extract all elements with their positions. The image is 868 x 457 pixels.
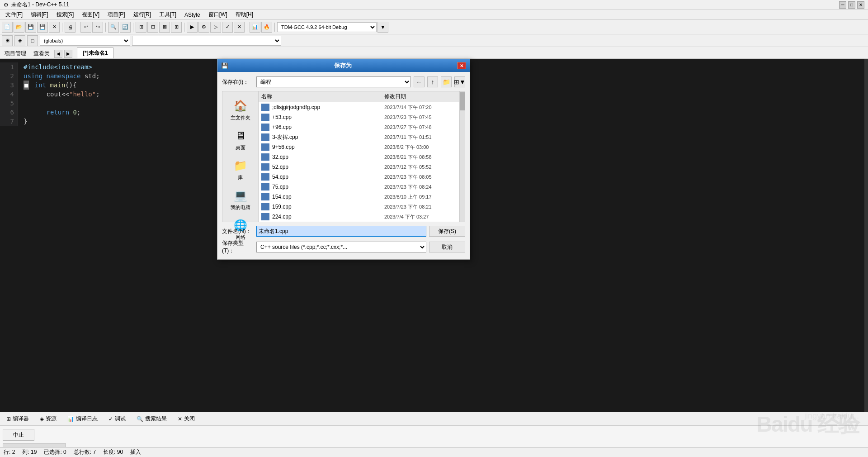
dialog-location-combo[interactable]: 编程 bbox=[256, 76, 411, 87]
file-list-item[interactable]: 52.cpp2023/7/12 下午 05:52 bbox=[259, 162, 459, 172]
replace-button[interactable]: 🔄 bbox=[120, 22, 131, 33]
tab-prev-button[interactable]: ◀ bbox=[54, 50, 62, 58]
save-all-button[interactable]: 💾 bbox=[37, 22, 48, 33]
tb2-btn2[interactable]: ◈ bbox=[14, 35, 25, 46]
close-tab-label: 关闭 bbox=[184, 415, 195, 423]
line-number-5: 5 bbox=[0, 99, 18, 108]
stop-button[interactable]: ✕ bbox=[234, 22, 245, 33]
menu-file[interactable]: 文件[F] bbox=[2, 10, 26, 19]
globals-dropdown[interactable]: (globals) bbox=[40, 36, 130, 46]
dialog-scrollbar-thumb[interactable] bbox=[460, 92, 465, 110]
tb6[interactable]: ⊟ bbox=[147, 22, 158, 33]
file-list-item[interactable]: +96.cpp2023/7/27 下午 07:48 bbox=[259, 122, 459, 132]
tb2-btn3[interactable]: □ bbox=[27, 35, 38, 46]
close-tab-icon: ✕ bbox=[178, 416, 182, 422]
menu-tools[interactable]: 工具[T] bbox=[156, 10, 180, 19]
menu-view[interactable]: 视图[V] bbox=[78, 10, 103, 19]
tb5[interactable]: ⊞ bbox=[136, 22, 146, 33]
file-list-item[interactable]: 75.cpp2023/7/23 下午 08:24 bbox=[259, 182, 459, 192]
file-list-item[interactable]: 9+56.cpp2023/8/2 下午 03:00 bbox=[259, 142, 459, 152]
dialog-view-button[interactable]: ⊞▼ bbox=[454, 76, 465, 87]
bottom-tab-close[interactable]: ✕ 关闭 bbox=[173, 413, 199, 424]
chart-button[interactable]: 📊 bbox=[250, 22, 260, 33]
stop-compilation-button[interactable]: 中止 bbox=[3, 429, 34, 441]
classes-tab-label[interactable]: 查看类 bbox=[31, 49, 52, 58]
save-file-button[interactable]: 💾 bbox=[25, 22, 36, 33]
sidebar-home[interactable]: 🏠 主文件夹 bbox=[225, 96, 256, 124]
close-file-button[interactable]: ✕ bbox=[49, 22, 60, 33]
file-list-item[interactable]: 159.cpp2023/7/23 下午 08:21 bbox=[259, 202, 459, 212]
file-list-item[interactable]: 224.cpp2023/7/4 下午 03:27 bbox=[259, 212, 459, 222]
file-list-item[interactable]: 32.cpp2023/8/21 下午 08:58 bbox=[259, 152, 459, 162]
sidebar-desktop[interactable]: 🖥 桌面 bbox=[225, 126, 256, 154]
file-list-item[interactable]: 154.cpp2023/8/10 上午 09:17 bbox=[259, 192, 459, 202]
tb7[interactable]: ⊠ bbox=[159, 22, 170, 33]
open-file-button[interactable]: 📂 bbox=[14, 22, 24, 33]
dialog-filetype-label: 保存类型(T)： bbox=[222, 239, 254, 255]
file-item-icon bbox=[261, 124, 269, 131]
dialog-title: 保存为 bbox=[334, 62, 352, 70]
sidebar-mycomputer[interactable]: 💻 我的电脑 bbox=[225, 186, 256, 214]
redo-button[interactable]: ↪ bbox=[92, 22, 103, 33]
dialog-close-button[interactable]: ✕ bbox=[457, 62, 466, 69]
compile-button[interactable]: ⚙ bbox=[198, 22, 209, 33]
file-list-item[interactable]: 3-发挥.cpp2023/7/11 下午 01:51 bbox=[259, 132, 459, 142]
bottom-tab-search[interactable]: 🔍 搜索结果 bbox=[132, 413, 171, 424]
toolbar2: ⊞ ◈ □ (globals) bbox=[0, 34, 868, 47]
file-item-name: +53.cpp bbox=[272, 114, 384, 120]
minimize-button[interactable]: ─ bbox=[839, 1, 846, 9]
dialog-filename-input[interactable] bbox=[256, 226, 426, 237]
run-button[interactable]: ▷ bbox=[210, 22, 221, 33]
sidebar-library[interactable]: 📁 库 bbox=[225, 156, 256, 184]
check-button[interactable]: ✓ bbox=[222, 22, 233, 33]
dialog-up-button[interactable]: ↑ bbox=[427, 76, 438, 87]
new-file-button[interactable]: 📄 bbox=[2, 22, 13, 33]
menu-run[interactable]: 运行[R] bbox=[130, 10, 155, 19]
dialog-back-button[interactable]: ← bbox=[414, 76, 425, 87]
function-dropdown[interactable] bbox=[132, 36, 281, 46]
close-button[interactable]: ✕ bbox=[857, 1, 864, 9]
file-list-item[interactable]: 54.cpp2023/7/23 下午 08:05 bbox=[259, 172, 459, 182]
restore-button[interactable]: □ bbox=[848, 1, 855, 9]
file-item-icon bbox=[261, 104, 269, 111]
print-button[interactable]: 🖨 bbox=[65, 22, 75, 33]
find-button[interactable]: 🔍 bbox=[108, 22, 119, 33]
debug-button[interactable]: 🔥 bbox=[261, 22, 272, 33]
status-row: 行: 2 bbox=[4, 448, 15, 456]
project-tab-label[interactable]: 项目管理 bbox=[2, 49, 29, 58]
dialog-filetype-combo[interactable]: C++ source files (*.cpp;*.cc;*.cxx;*... bbox=[256, 242, 426, 252]
bottom-tab-compiler[interactable]: ⊞ 编译器 bbox=[2, 413, 33, 424]
line-content-1: #include<iostream> bbox=[18, 62, 92, 71]
file-item-icon bbox=[261, 153, 269, 161]
menu-search[interactable]: 搜索[S] bbox=[53, 10, 78, 19]
dialog-save-button[interactable]: 保存(S) bbox=[429, 226, 465, 237]
tab-next-button[interactable]: ▶ bbox=[64, 50, 72, 58]
compile-run-button[interactable]: ▶ bbox=[187, 22, 198, 33]
menu-window[interactable]: 窗口[W] bbox=[205, 10, 231, 19]
dialog-filename-row: 文件名(N)： 保存(S) bbox=[222, 226, 465, 237]
compiler-options-button[interactable]: ▼ bbox=[377, 22, 388, 33]
file-list-item[interactable]: +53.cpp2023/7/23 下午 07:45 bbox=[259, 112, 459, 122]
bottom-tab-compile-log[interactable]: 📊 编译日志 bbox=[63, 413, 102, 424]
dialog-titlebar: 💾 保存为 ✕ bbox=[217, 59, 470, 72]
dialog-filetype-row: 保存类型(T)： C++ source files (*.cpp;*.cc;*.… bbox=[222, 239, 465, 255]
tb8[interactable]: ⊞ bbox=[171, 22, 182, 33]
menu-edit[interactable]: 编辑[E] bbox=[27, 10, 52, 19]
status-sel: 已选择: 0 bbox=[44, 448, 66, 456]
bottom-tab-debug[interactable]: ✓ 调试 bbox=[104, 413, 130, 424]
menu-astyle[interactable]: AStyle bbox=[181, 11, 204, 19]
file-header-date[interactable]: 修改日期 bbox=[384, 93, 457, 100]
bottom-tab-resources[interactable]: ◈ 资源 bbox=[35, 413, 61, 424]
dialog-file-list[interactable]: 名称 修改日期 ;dlisjgirjodgndfg.cpp2023/7/14 下… bbox=[259, 91, 459, 222]
file-header-name[interactable]: 名称 bbox=[261, 93, 384, 100]
file-tab-unnamed1[interactable]: [*]未命名1 bbox=[77, 48, 113, 58]
dialog-new-folder-button[interactable]: 📁 bbox=[441, 76, 452, 87]
file-list-item[interactable]: ;dlisjgirjodgndfg.cpp2023/7/14 下午 07:20 bbox=[259, 102, 459, 112]
compiler-dropdown[interactable]: TDM-GCC 4.9.2 64-bit Debug bbox=[277, 22, 377, 32]
dialog-scrollbar[interactable] bbox=[459, 91, 465, 222]
dialog-cancel-button[interactable]: 取消 bbox=[429, 242, 465, 252]
undo-button[interactable]: ↩ bbox=[80, 22, 91, 33]
menu-help[interactable]: 帮助[H] bbox=[232, 10, 257, 19]
tb2-btn1[interactable]: ⊞ bbox=[2, 35, 13, 46]
menu-project[interactable]: 项目[P] bbox=[104, 10, 129, 19]
